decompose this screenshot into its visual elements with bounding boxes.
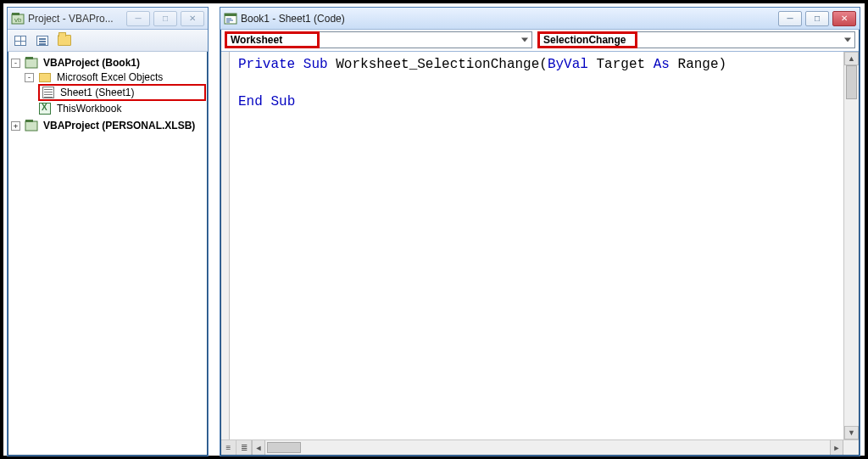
scroll-thumb[interactable] [846, 65, 857, 99]
minimize-button[interactable]: ─ [126, 11, 150, 26]
view-code-button[interactable] [11, 32, 30, 49]
project-explorer-window: vb Project - VBAPro... ─ □ ✕ - VBAPro [7, 7, 209, 456]
view-object-icon [36, 36, 48, 46]
close-button[interactable]: ✕ [181, 11, 204, 26]
svg-rect-1 [12, 13, 19, 15]
horizontal-scrollbar[interactable]: ≡ ≣ ◄ ► [221, 439, 859, 455]
full-module-view-button[interactable]: ≣ [236, 440, 252, 455]
view-object-button[interactable] [33, 32, 52, 49]
svg-rect-6 [25, 120, 33, 122]
scroll-track[interactable] [265, 440, 830, 455]
tree-node-vbaproject-book1[interactable]: - VBAProject (Book1) [11, 56, 206, 70]
maximize-button[interactable]: □ [805, 11, 829, 26]
svg-rect-8 [225, 14, 236, 16]
tree-label: VBAProject (PERSONAL.XLSB) [42, 120, 197, 132]
project-tree: - VBAProject (Book1) - Microsoft Excel O… [8, 52, 208, 137]
tree-node-sheet1[interactable]: Sheet1 (Sheet1) [38, 84, 206, 101]
scroll-down-button[interactable]: ▼ [844, 426, 859, 439]
close-button[interactable]: ✕ [832, 11, 856, 26]
svg-text:vb: vb [14, 16, 22, 24]
expander-icon[interactable]: - [11, 59, 20, 68]
minimize-button[interactable]: ─ [778, 11, 802, 26]
tree-label: VBAProject (Book1) [42, 57, 142, 69]
tree-label: Microsoft Excel Objects [55, 71, 164, 83]
scroll-right-button[interactable]: ► [830, 440, 843, 455]
code-window-title: Book1 - Sheet1 (Code) [241, 13, 345, 25]
project-explorer-toolbar [8, 30, 208, 52]
vba-project-icon [25, 56, 38, 70]
procedure-dropdown-value: SelectionChange [543, 34, 626, 46]
folder-icon [58, 35, 71, 46]
vertical-scrollbar[interactable]: ▲ ▼ [843, 52, 859, 439]
object-dropdown-value: Worksheet [231, 34, 282, 46]
project-explorer-titlebar[interactable]: vb Project - VBAPro... ─ □ ✕ [8, 8, 208, 30]
scroll-left-button[interactable]: ◄ [252, 440, 265, 455]
code-dropdown-row: Worksheet SelectionChange [221, 31, 859, 51]
svg-rect-3 [25, 59, 37, 68]
code-module-icon [224, 12, 237, 25]
chevron-down-icon [521, 38, 528, 42]
toggle-folders-button[interactable] [55, 32, 74, 49]
tree-node-vbaproject-personal[interactable]: + VBAProject (PERSONAL.XLSB) [11, 119, 206, 132]
folder-icon [38, 70, 52, 84]
tree-node-thisworkbook[interactable]: ThisWorkbook [38, 102, 206, 115]
code-editor-area[interactable]: Private Sub Worksheet_SelectionChange(By… [221, 51, 859, 455]
procedure-view-button[interactable]: ≡ [221, 440, 236, 455]
procedure-dropdown[interactable]: SelectionChange [537, 31, 855, 48]
chevron-down-icon [844, 38, 851, 42]
tree-label: Sheet1 (Sheet1) [58, 87, 136, 98]
vba-editor-stage: vb Project - VBAPro... ─ □ ✕ - VBAPro [0, 0, 868, 459]
workbook-icon [38, 102, 52, 115]
object-dropdown[interactable]: Worksheet [225, 31, 532, 48]
tree-node-excel-objects[interactable]: - Microsoft Excel Objects [25, 70, 206, 84]
code-text[interactable]: Private Sub Worksheet_SelectionChange(By… [230, 52, 843, 439]
worksheet-icon [42, 86, 55, 99]
code-window-titlebar[interactable]: Book1 - Sheet1 (Code) ─ □ ✕ [220, 8, 860, 30]
svg-rect-4 [25, 57, 33, 59]
expander-icon[interactable]: + [11, 121, 20, 131]
maximize-button[interactable]: □ [153, 11, 177, 26]
scroll-up-button[interactable]: ▲ [844, 52, 859, 65]
scroll-thumb[interactable] [267, 442, 301, 453]
svg-rect-5 [25, 121, 37, 131]
project-explorer-title: Project - VBAPro... [28, 13, 114, 25]
tree-label: ThisWorkbook [55, 103, 123, 115]
margin-indicator-bar [221, 52, 230, 439]
vba-project-icon: vb [11, 12, 25, 25]
code-window: Book1 - Sheet1 (Code) ─ □ ✕ Worksheet Se… [220, 7, 860, 456]
scroll-corner [843, 440, 859, 455]
view-code-icon [14, 36, 26, 46]
expander-icon[interactable]: - [25, 73, 34, 82]
vba-project-icon [25, 119, 38, 132]
